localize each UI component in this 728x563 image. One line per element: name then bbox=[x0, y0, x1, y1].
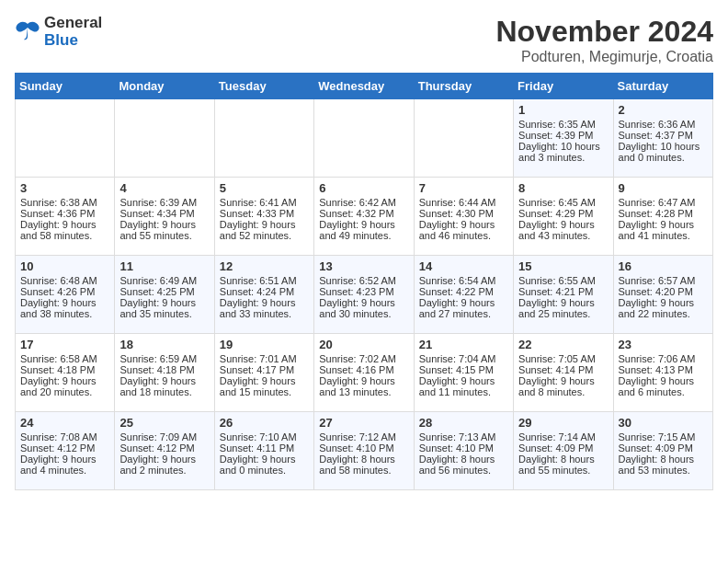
calendar-cell bbox=[214, 99, 313, 178]
calendar-cell: 27Sunrise: 7:12 AMSunset: 4:10 PMDayligh… bbox=[314, 412, 414, 490]
day-info-line: Sunset: 4:24 PM bbox=[220, 286, 309, 297]
calendar-cell: 15Sunrise: 6:55 AMSunset: 4:21 PMDayligh… bbox=[514, 256, 613, 334]
day-info-line: Sunset: 4:17 PM bbox=[220, 364, 309, 375]
day-info-line: Sunrise: 6:48 AM bbox=[20, 275, 109, 286]
weekday-header-friday: Friday bbox=[514, 74, 613, 99]
day-info-line: Sunset: 4:18 PM bbox=[20, 364, 109, 375]
calendar-cell: 22Sunrise: 7:05 AMSunset: 4:14 PMDayligh… bbox=[514, 334, 613, 412]
calendar-cell: 26Sunrise: 7:10 AMSunset: 4:11 PMDayligh… bbox=[214, 412, 313, 490]
day-info-line: Daylight: 9 hours bbox=[20, 297, 109, 308]
day-info-line: Sunset: 4:34 PM bbox=[119, 208, 209, 219]
day-info-line: Sunrise: 7:04 AM bbox=[419, 353, 508, 364]
calendar-cell bbox=[115, 99, 214, 178]
calendar-cell: 16Sunrise: 6:57 AMSunset: 4:20 PMDayligh… bbox=[613, 256, 712, 334]
weekday-header-tuesday: Tuesday bbox=[214, 74, 313, 99]
day-info-line: Sunset: 4:09 PM bbox=[619, 442, 708, 454]
calendar-cell: 17Sunrise: 6:58 AMSunset: 4:18 PMDayligh… bbox=[16, 334, 115, 412]
day-info-line: Sunrise: 6:44 AM bbox=[419, 197, 508, 208]
day-info-line: Sunset: 4:12 PM bbox=[119, 442, 209, 454]
day-info-line: Sunset: 4:10 PM bbox=[419, 442, 508, 454]
day-info-line: Sunset: 4:36 PM bbox=[20, 208, 109, 219]
day-info-line: Sunrise: 6:52 AM bbox=[319, 275, 408, 286]
day-number: 29 bbox=[518, 416, 608, 430]
day-info-line: Sunrise: 7:08 AM bbox=[20, 431, 109, 442]
day-info-line: Sunset: 4:29 PM bbox=[518, 208, 608, 219]
day-number: 4 bbox=[119, 181, 209, 195]
logo-general: General bbox=[44, 14, 102, 31]
day-info-line: Daylight: 9 hours bbox=[20, 375, 109, 386]
day-info-line: Sunrise: 7:02 AM bbox=[319, 353, 408, 364]
weekday-header-row: SundayMondayTuesdayWednesdayThursdayFrid… bbox=[16, 74, 713, 99]
day-info-line: and 38 minutes. bbox=[20, 308, 109, 319]
calendar-cell bbox=[16, 99, 115, 178]
calendar-cell: 14Sunrise: 6:54 AMSunset: 4:22 PMDayligh… bbox=[414, 256, 513, 334]
day-info-line: and 52 minutes. bbox=[220, 230, 309, 241]
day-info-line: Daylight: 9 hours bbox=[220, 219, 309, 230]
day-info-line: Daylight: 9 hours bbox=[20, 219, 109, 230]
day-info-line: Daylight: 9 hours bbox=[119, 375, 209, 386]
day-info-line: and 46 minutes. bbox=[419, 230, 508, 241]
day-number: 24 bbox=[20, 416, 109, 430]
calendar-cell bbox=[314, 99, 414, 178]
calendar-cell: 13Sunrise: 6:52 AMSunset: 4:23 PMDayligh… bbox=[314, 256, 414, 334]
day-info-line: Sunrise: 6:38 AM bbox=[20, 197, 109, 208]
day-info-line: Sunrise: 6:55 AM bbox=[518, 275, 608, 286]
day-number: 7 bbox=[419, 181, 508, 195]
day-info-line: Daylight: 9 hours bbox=[119, 219, 209, 230]
day-info-line: Sunrise: 6:54 AM bbox=[419, 275, 508, 286]
day-info-line: Sunset: 4:28 PM bbox=[619, 208, 708, 219]
day-info-line: and 25 minutes. bbox=[518, 308, 608, 319]
day-info-line: and 41 minutes. bbox=[619, 230, 708, 241]
day-info-line: Sunset: 4:20 PM bbox=[619, 286, 708, 297]
day-number: 27 bbox=[319, 416, 408, 430]
day-number: 14 bbox=[419, 259, 508, 273]
day-number: 13 bbox=[319, 259, 408, 273]
day-info-line: Daylight: 9 hours bbox=[518, 219, 608, 230]
day-number: 23 bbox=[619, 338, 708, 351]
title-area: November 2024 Podturen, Megimurje, Croat… bbox=[495, 15, 713, 65]
day-info-line: and 2 minutes. bbox=[119, 465, 209, 476]
day-info-line: and 8 minutes. bbox=[518, 386, 608, 397]
day-info-line: and 58 minutes. bbox=[20, 230, 109, 241]
day-info-line: Sunrise: 7:05 AM bbox=[518, 353, 608, 364]
day-info-line: Sunrise: 6:58 AM bbox=[20, 353, 109, 364]
day-info-line: and 27 minutes. bbox=[419, 308, 508, 319]
day-info-line: and 20 minutes. bbox=[20, 386, 109, 397]
day-info-line: Sunrise: 6:49 AM bbox=[119, 275, 209, 286]
week-row-1: 1Sunrise: 6:35 AMSunset: 4:39 PMDaylight… bbox=[16, 99, 713, 178]
calendar-cell: 7Sunrise: 6:44 AMSunset: 4:30 PMDaylight… bbox=[414, 178, 513, 256]
day-info-line: Daylight: 9 hours bbox=[119, 297, 209, 308]
calendar-cell: 3Sunrise: 6:38 AMSunset: 4:36 PMDaylight… bbox=[16, 178, 115, 256]
day-info-line: and 13 minutes. bbox=[319, 386, 408, 397]
logo: General Blue bbox=[15, 15, 102, 49]
weekday-header-saturday: Saturday bbox=[613, 74, 712, 99]
day-number: 30 bbox=[619, 416, 708, 430]
day-info-line: Daylight: 9 hours bbox=[619, 375, 708, 386]
weekday-header-monday: Monday bbox=[115, 74, 214, 99]
day-info-line: Sunrise: 7:13 AM bbox=[419, 431, 508, 442]
day-info-line: Sunrise: 6:36 AM bbox=[619, 119, 708, 130]
day-number: 5 bbox=[220, 181, 309, 195]
calendar-cell: 12Sunrise: 6:51 AMSunset: 4:24 PMDayligh… bbox=[214, 256, 313, 334]
day-info-line: Daylight: 9 hours bbox=[319, 219, 408, 230]
day-number: 16 bbox=[619, 259, 708, 273]
day-info-line: Sunrise: 7:06 AM bbox=[619, 353, 708, 364]
day-info-line: and 15 minutes. bbox=[220, 386, 309, 397]
calendar-cell: 10Sunrise: 6:48 AMSunset: 4:26 PMDayligh… bbox=[16, 256, 115, 334]
weekday-header-wednesday: Wednesday bbox=[314, 74, 414, 99]
day-info-line: Daylight: 9 hours bbox=[518, 297, 608, 308]
calendar-cell: 19Sunrise: 7:01 AMSunset: 4:17 PMDayligh… bbox=[214, 334, 313, 412]
week-row-4: 17Sunrise: 6:58 AMSunset: 4:18 PMDayligh… bbox=[16, 334, 713, 412]
day-info-line: Daylight: 10 hours bbox=[518, 141, 608, 152]
day-number: 26 bbox=[220, 416, 309, 430]
day-info-line: Sunset: 4:33 PM bbox=[220, 208, 309, 219]
day-number: 21 bbox=[419, 338, 508, 351]
day-info-line: and 30 minutes. bbox=[319, 308, 408, 319]
day-info-line: Daylight: 9 hours bbox=[319, 297, 408, 308]
day-info-line: Daylight: 8 hours bbox=[419, 454, 508, 465]
day-info-line: Sunset: 4:14 PM bbox=[518, 364, 608, 375]
calendar-header: SundayMondayTuesdayWednesdayThursdayFrid… bbox=[16, 74, 713, 99]
day-number: 20 bbox=[319, 338, 408, 351]
day-info-line: Sunrise: 7:01 AM bbox=[220, 353, 309, 364]
day-info-line: Sunset: 4:37 PM bbox=[619, 130, 708, 141]
